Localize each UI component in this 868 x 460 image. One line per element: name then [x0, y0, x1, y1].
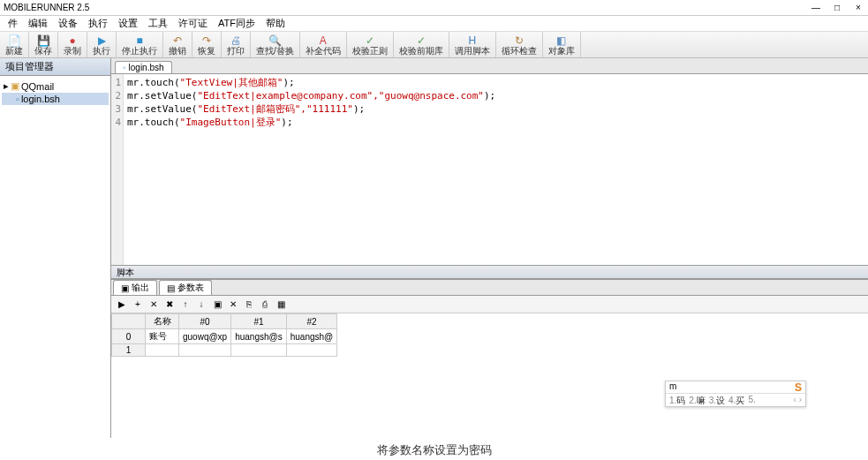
- grid-cell[interactable]: huangsh@s: [231, 329, 287, 344]
- tool-label: 恢复: [198, 47, 215, 56]
- ime-input: m: [669, 381, 676, 393]
- tool-label: 对象库: [548, 47, 575, 56]
- grid-cell[interactable]: [231, 344, 287, 357]
- menu-item-2[interactable]: 设备: [54, 16, 82, 31]
- tool-label: 校验前期库: [399, 47, 443, 56]
- tool-icon: ◧: [555, 34, 569, 47]
- param-toolbar: ▶+✕✖↑↓▣✕⎘⎙▦: [111, 296, 868, 313]
- tool-打印[interactable]: 🖨打印: [222, 32, 251, 57]
- minimize-button[interactable]: —: [810, 3, 822, 12]
- param-btn-3[interactable]: ✖: [162, 298, 177, 312]
- tool-查找/替换[interactable]: 🔍查找/替换: [251, 32, 300, 57]
- grid-cell[interactable]: 1: [112, 344, 146, 357]
- param-grid[interactable]: 名称#0#1#20账号guowq@xphuangsh@shuangsh@1: [111, 313, 337, 357]
- bottom-tabstrip: ▣输出▤参数表: [111, 280, 868, 296]
- ime-candidate[interactable]: 2.嘛: [689, 395, 705, 407]
- tool-保存[interactable]: 💾保存: [29, 32, 58, 57]
- menu-item-7[interactable]: ATF同步: [214, 16, 260, 31]
- ime-candidate[interactable]: 5.: [748, 395, 755, 407]
- param-btn-10[interactable]: ▦: [274, 298, 288, 312]
- project-panel: 项目管理器 ▸ ▣ QQmail ▫ login.bsh: [0, 58, 111, 438]
- grid-header[interactable]: #2: [286, 314, 337, 329]
- tool-撤销[interactable]: ↶撤销: [163, 32, 192, 57]
- tool-icon: ●: [65, 34, 79, 47]
- grid-cell[interactable]: [146, 344, 179, 357]
- menu-item-8[interactable]: 帮助: [261, 16, 290, 31]
- grid-header[interactable]: 名称: [146, 314, 179, 329]
- ime-candidate[interactable]: 4.买: [728, 395, 744, 407]
- menu-item-1[interactable]: 编辑: [24, 16, 52, 31]
- tab-icon: ▤: [167, 283, 176, 292]
- maximize-button[interactable]: □: [831, 3, 843, 12]
- script-bar: 脚本: [111, 265, 868, 279]
- tree-root[interactable]: ▸ ▣ QQmail: [2, 79, 109, 93]
- ime-page-arrows[interactable]: ‹ ›: [794, 395, 802, 407]
- param-btn-5[interactable]: ↓: [194, 298, 208, 312]
- menu-item-4[interactable]: 设置: [114, 16, 142, 31]
- menu-item-5[interactable]: 工具: [144, 16, 172, 31]
- param-btn-0[interactable]: ▶: [115, 298, 129, 312]
- tool-录制[interactable]: ●录制: [58, 32, 87, 57]
- code-editor[interactable]: 1234 mr.touch("TextView|其他邮箱");mr.setVal…: [111, 74, 868, 265]
- param-btn-1[interactable]: +: [131, 298, 145, 312]
- tree-file[interactable]: ▫ login.bsh: [2, 93, 109, 105]
- grid-cell[interactable]: 账号: [146, 329, 179, 344]
- grid-header[interactable]: [112, 314, 146, 329]
- param-btn-6[interactable]: ▣: [210, 298, 224, 312]
- bottom-tab-1[interactable]: ▤参数表: [159, 280, 212, 295]
- ime-candidate[interactable]: 1.码: [669, 395, 685, 407]
- close-button[interactable]: ×: [852, 3, 864, 12]
- project-tree[interactable]: ▸ ▣ QQmail ▫ login.bsh: [0, 76, 110, 438]
- code-area[interactable]: mr.touch("TextView|其他邮箱");mr.setValue("E…: [124, 74, 499, 265]
- tool-label: 校验正则: [352, 47, 388, 56]
- expand-icon[interactable]: ▸: [4, 80, 9, 92]
- menu-item-0[interactable]: 件: [4, 16, 22, 31]
- param-btn-2[interactable]: ✕: [147, 298, 161, 312]
- param-btn-9[interactable]: ⎙: [258, 298, 272, 312]
- bottom-tab-0[interactable]: ▣输出: [113, 280, 157, 295]
- tool-新建[interactable]: 📄新建: [0, 32, 29, 57]
- grid-header[interactable]: #1: [231, 314, 287, 329]
- tool-icon: ✓: [363, 34, 377, 47]
- tool-label: 新建: [5, 47, 23, 56]
- tool-校验正则[interactable]: ✓校验正则: [347, 32, 394, 57]
- line-gutter: 1234: [111, 74, 124, 265]
- grid-header[interactable]: #0: [179, 314, 231, 329]
- tool-对象库[interactable]: ◧对象库: [543, 32, 581, 57]
- file-icon: ▫: [16, 94, 19, 104]
- tool-调用脚本[interactable]: H调用脚本: [449, 32, 496, 57]
- tree-file-label: login.bsh: [21, 94, 60, 104]
- ime-logo-icon: S: [795, 381, 802, 393]
- ime-candidates[interactable]: 1.码2.嘛3.设4.买5.‹ ›: [666, 394, 805, 408]
- editor-tab[interactable]: ▫ login.bsh: [115, 61, 172, 73]
- menu-item-3[interactable]: 执行: [84, 16, 112, 31]
- tool-恢复[interactable]: ↷恢复: [192, 32, 222, 57]
- tool-label: 循环检查: [502, 47, 537, 56]
- grid-cell[interactable]: guowq@xp: [179, 329, 231, 344]
- tab-icon: ▣: [121, 283, 130, 292]
- tool-执行[interactable]: ▶执行: [87, 32, 117, 57]
- tool-补全代码[interactable]: A补全代码: [300, 32, 347, 57]
- tool-label: 调用脚本: [455, 47, 490, 56]
- grid-cell[interactable]: [179, 344, 231, 357]
- editor-tab-label: login.bsh: [129, 63, 164, 72]
- grid-cell[interactable]: huangsh@: [286, 329, 337, 344]
- menubar: 件编辑设备执行设置工具许可证ATF同步帮助: [0, 16, 868, 32]
- menu-item-6[interactable]: 许可证: [174, 16, 212, 31]
- ime-candidate[interactable]: 3.设: [709, 395, 725, 407]
- ime-popup[interactable]: m S 1.码2.嘛3.设4.买5.‹ ›: [665, 381, 806, 407]
- tool-icon: ↶: [170, 34, 185, 47]
- param-btn-7[interactable]: ✕: [226, 298, 240, 312]
- grid-cell[interactable]: 0: [112, 329, 146, 344]
- tool-校验前期库[interactable]: ✓校验前期库: [394, 32, 449, 57]
- project-panel-title: 项目管理器: [0, 58, 110, 76]
- param-btn-8[interactable]: ⎘: [242, 298, 256, 312]
- tree-root-label: QQmail: [21, 81, 54, 92]
- tool-icon: 📄: [7, 34, 21, 47]
- tool-label: 打印: [227, 47, 245, 56]
- param-btn-4[interactable]: ↑: [178, 298, 192, 312]
- grid-cell[interactable]: [286, 344, 337, 357]
- tool-停止执行[interactable]: ■停止执行: [117, 32, 163, 57]
- tool-icon: 💾: [36, 34, 50, 47]
- tool-循环检查[interactable]: ↻循环检查: [496, 32, 543, 57]
